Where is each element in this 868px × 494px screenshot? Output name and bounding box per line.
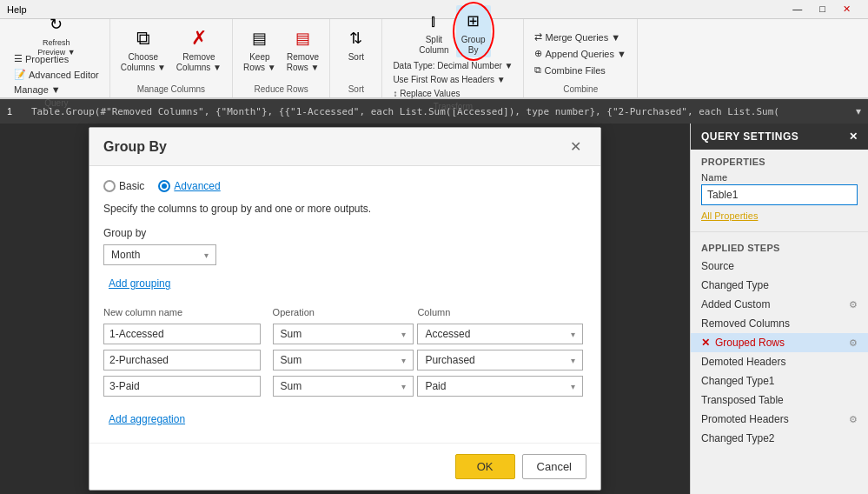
choose-columns-button[interactable]: ⧉ ChooseColumns ▼ [117, 23, 169, 75]
step-label: Demoted Headers [701, 356, 785, 368]
step-label: Transposed Table [701, 394, 784, 406]
step-label: Promoted Headers [701, 413, 789, 425]
group-by-dropdown[interactable]: Month ▾ [103, 244, 216, 265]
first-row-headers-button[interactable]: Use First Row as Headers ▼ [389, 73, 516, 86]
ribbon: ↻ RefreshPreview ▼ ☰ Properties 📝 Advanc… [0, 19, 868, 99]
replace-values-button[interactable]: ↕ Replace Values [389, 87, 516, 100]
agg-operation-dropdown-1[interactable]: Sum ▾ [273, 350, 414, 370]
agg-name-input-1[interactable] [103, 350, 261, 370]
col-chevron-icon: ▾ [571, 330, 575, 339]
qs-name-label: Name [691, 170, 868, 184]
merge-queries-button[interactable]: ⇄ Merge Queries ▼ [531, 30, 629, 44]
group-by-icon: ⊞ [460, 7, 487, 35]
add-grouping-button[interactable]: Add grouping [103, 274, 176, 293]
properties-button[interactable]: ☰ Properties [10, 51, 103, 66]
manage-button[interactable]: Manage ▼ [10, 83, 103, 97]
group-by-chevron-icon: ▾ [204, 250, 209, 260]
step-label: Removed Columns [701, 317, 790, 330]
col-header-new-column-name: New column name [103, 307, 273, 321]
step-item[interactable]: ✕Grouped Rows⚙ [691, 333, 868, 352]
step-item[interactable]: Changed Type2 [691, 429, 868, 448]
agg-column-dropdown-0[interactable]: Accessed ▾ [417, 324, 583, 344]
col-chevron-icon: ▾ [571, 382, 575, 391]
radio-advanced-circle [158, 180, 170, 192]
step-item[interactable]: Demoted Headers [691, 352, 868, 371]
remove-columns-button[interactable]: ✗ RemoveColumns ▼ [173, 23, 225, 75]
step-error-icon: ✕ [701, 337, 710, 349]
radio-basic-circle [103, 180, 116, 192]
reduce-rows-group-label: Reduce Rows [255, 83, 308, 94]
agg-column-dropdown-2[interactable]: Paid ▾ [417, 376, 583, 397]
qs-properties-label: PROPERTIES [691, 150, 868, 170]
window-close[interactable]: ✕ [843, 3, 851, 15]
step-item[interactable]: Promoted Headers⚙ [691, 410, 868, 429]
refresh-icon: ↻ [43, 10, 70, 38]
step-label: Changed Type2 [701, 432, 775, 444]
qs-all-properties-link[interactable]: All Properties [691, 210, 868, 228]
combine-group-label: Combine [563, 83, 598, 94]
agg-name-input-2[interactable] [103, 376, 261, 397]
step-gear-icon[interactable]: ⚙ [849, 299, 858, 310]
sort-button[interactable]: ⇅ Sort [339, 23, 374, 64]
combine-files-button[interactable]: ⧉ Combine Files [531, 63, 629, 77]
remove-rows-icon: ▤ [289, 24, 317, 52]
sort-icon: ⇅ [342, 24, 370, 52]
radio-advanced[interactable]: Advanced [158, 180, 220, 192]
step-item[interactable]: Changed Type1 [691, 371, 868, 391]
properties-icon: ☰ [14, 53, 23, 64]
agg-row: Sum ▾ Paid ▾ [103, 373, 586, 399]
advanced-editor-button[interactable]: 📝 Advanced Editor [10, 67, 103, 82]
keep-rows-icon: ▤ [246, 24, 274, 52]
ok-button[interactable]: OK [455, 454, 515, 479]
applied-steps-list: SourceChanged TypeAdded Custom⚙Removed C… [691, 257, 868, 448]
remove-columns-icon: ✗ [185, 24, 213, 52]
step-label: Source [701, 260, 734, 272]
sort-group-label: Sort [348, 83, 364, 94]
append-queries-button[interactable]: ⊕ Append Queries ▼ [531, 46, 629, 61]
query-settings-panel: QUERY SETTINGS ✕ PROPERTIES Name All Pro… [690, 124, 868, 494]
data-area: Group By ✕ Basic Advanced [0, 124, 690, 494]
dialog-close-button[interactable]: ✕ [565, 137, 586, 157]
col-header-column: Column [417, 307, 586, 321]
add-aggregation-button[interactable]: Add aggregation [103, 410, 190, 429]
qs-header: QUERY SETTINGS ✕ [691, 124, 868, 150]
formula-expand-icon[interactable]: ▾ [856, 105, 861, 117]
dialog-overlay: Group By ✕ Basic Advanced [0, 124, 690, 494]
step-gear-icon[interactable]: ⚙ [849, 414, 858, 425]
group-by-label: Group by [103, 227, 586, 239]
step-gear-icon[interactable]: ⚙ [849, 337, 858, 349]
agg-operation-dropdown-0[interactable]: Sum ▾ [273, 324, 414, 344]
query-group-label: Query [44, 97, 68, 108]
main-area: Group By ✕ Basic Advanced [0, 124, 868, 494]
menu-help[interactable]: Help [7, 4, 27, 15]
qs-name-input[interactable] [701, 184, 858, 205]
agg-name-input-0[interactable] [103, 324, 261, 344]
keep-rows-button[interactable]: ▤ KeepRows ▼ [240, 23, 280, 75]
op-chevron-icon: ▾ [401, 356, 406, 365]
group-by-button[interactable]: ⊞ GroupBy [456, 5, 491, 57]
agg-operation-dropdown-2[interactable]: Sum ▾ [273, 376, 414, 397]
window-minimize[interactable]: — [792, 3, 802, 15]
dialog-footer: OK Cancel [89, 443, 600, 490]
cancel-button[interactable]: Cancel [522, 454, 586, 479]
window-maximize[interactable]: □ [819, 3, 825, 15]
remove-rows-button[interactable]: ▤ RemoveRows ▼ [283, 23, 323, 75]
group-by-row: Month ▾ [103, 244, 586, 265]
dialog-description: Specify the columns to group by and one … [103, 203, 586, 215]
aggregation-section: New column name Operation Column Sum ▾ [103, 307, 586, 399]
agg-column-dropdown-1[interactable]: Purchased ▾ [417, 350, 583, 370]
step-item[interactable]: Changed Type [691, 276, 868, 295]
step-item[interactable]: Transposed Table [691, 391, 868, 410]
radio-basic[interactable]: Basic [103, 180, 144, 192]
qs-close-icon[interactable]: ✕ [849, 130, 858, 143]
radio-basic-label: Basic [119, 180, 144, 192]
transform-group-label: Transform [434, 100, 473, 111]
step-label: Added Custom [701, 298, 770, 310]
step-item[interactable]: Added Custom⚙ [691, 295, 868, 314]
step-item[interactable]: Removed Columns [691, 314, 868, 333]
ribbon-group-combine: ⇄ Merge Queries ▼ ⊕ Append Queries ▼ ⧉ C… [524, 19, 637, 97]
step-item[interactable]: Source [691, 257, 868, 276]
split-column-button[interactable]: ⫿ SplitColumn [415, 5, 452, 57]
data-type-button[interactable]: Data Type: Decimal Number ▼ [389, 59, 516, 72]
editor-icon: 📝 [14, 69, 26, 80]
